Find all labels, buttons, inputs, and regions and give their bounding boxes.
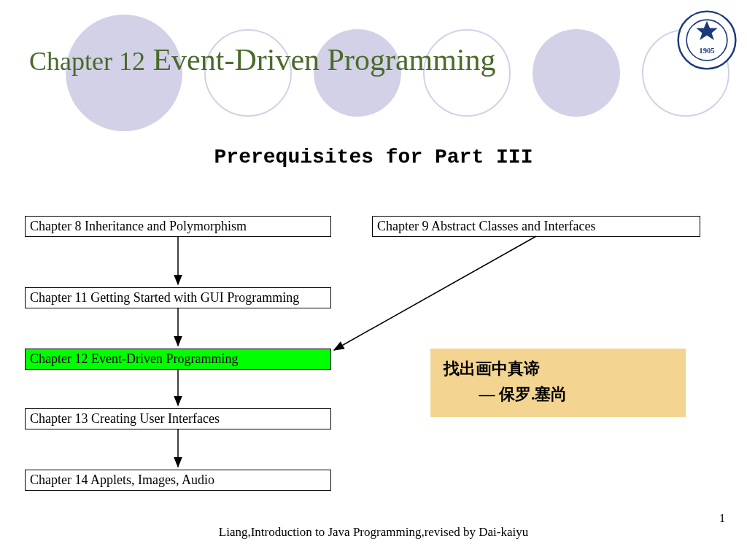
page-number: 1 xyxy=(719,512,725,525)
slide-title: Chapter 12 Event-Driven Programming xyxy=(29,42,496,77)
quote-box: 找出画中真谛 — 保罗.塞尚 xyxy=(430,349,686,417)
svg-line-8 xyxy=(334,236,536,350)
university-seal-icon: 1905 xyxy=(677,10,737,70)
quote-attribution: — 保罗.塞尚 xyxy=(444,381,673,407)
title-main: Event-Driven Programming xyxy=(145,43,496,77)
box-ch13: Chapter 13 Creating User Interfaces xyxy=(25,408,331,429)
quote-line1: 找出画中真谛 xyxy=(444,356,673,381)
chapter-prefix: Chapter 12 xyxy=(29,47,145,76)
box-ch12: Chapter 12 Event-Driven Programming xyxy=(25,349,331,370)
box-ch9: Chapter 9 Abstract Classes and Interface… xyxy=(372,216,700,237)
svg-text:1905: 1905 xyxy=(699,47,714,55)
box-ch8: Chapter 8 Inheritance and Polymorphism xyxy=(25,216,331,237)
box-ch14: Chapter 14 Applets, Images, Audio xyxy=(25,470,331,491)
footer-text: Liang,Introduction to Java Programming,r… xyxy=(0,525,747,540)
subtitle: Prerequisites for Part III xyxy=(0,146,747,168)
box-ch11: Chapter 11 Getting Started with GUI Prog… xyxy=(25,287,331,308)
